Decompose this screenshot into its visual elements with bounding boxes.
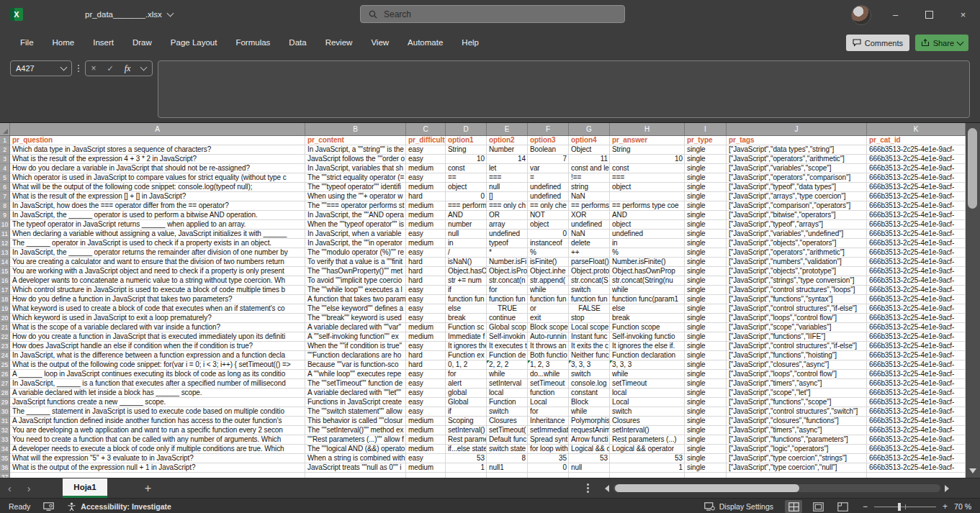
cell-G16[interactable]: str.concat(S [569,276,610,286]
minimize-button[interactable]: – [878,0,912,29]
cell-K19[interactable]: 666b3513-2c25-4e1e-9acf- [867,304,966,314]
cell-B32[interactable]: The ""setInterval()"" method ex [305,426,406,435]
ribbon-tab-formulas[interactable]: Formulas [226,35,279,50]
cell-A37[interactable] [10,473,305,478]
row-header-12[interactable]: 12 [0,239,10,248]
cell-J16[interactable]: ["JavaScript","strings","type conversion… [727,276,867,286]
zoom-slider-thumb[interactable] [898,503,901,511]
cell-H28[interactable]: local [610,389,685,398]
cell-K27[interactable]: 666b3513-2c25-4e1e-9acf- [867,379,966,389]
cell-C21[interactable]: medium [406,323,446,332]
cell-H21[interactable]: Function scope [610,323,685,332]
cell-E13[interactable]: * [487,248,528,258]
cell-K31[interactable]: 666b3513-2c25-4e1e-9acf- [867,417,966,426]
cell-D33[interactable]: Rest parame [446,435,487,445]
row-header-23[interactable]: 23 [0,342,10,351]
ribbon-tab-data[interactable]: Data [279,35,315,50]
cell-B10[interactable]: When the ""typeof operator"" is [305,220,406,230]
cell-H8[interactable]: == performs type coe [610,201,685,211]
cell-D19[interactable]: else [446,304,487,314]
cell-J9[interactable]: ["JavaScript","bitwise","operators"] [727,211,867,220]
cell-D18[interactable]: function fun [446,295,487,304]
cell-J1[interactable]: pr_tags [727,136,867,145]
row-header-26[interactable]: 26 [0,370,10,379]
ribbon-tab-automate[interactable]: Automate [398,35,452,50]
cell-F20[interactable]: exit [528,314,569,323]
cell-C23[interactable]: easy [406,342,446,351]
cell-E17[interactable]: for [487,286,528,295]
cell-C20[interactable]: easy [406,314,446,323]
cell-F8[interactable]: == only che [528,201,569,211]
cell-H6[interactable]: object [610,183,685,192]
cell-J21[interactable]: ["JavaScript","scope","variables"] [727,323,867,332]
cell-I24[interactable]: single [685,351,727,360]
cell-F5[interactable]: = [528,173,569,183]
cell-J30[interactable]: ["JavaScript","control structures","swit… [727,407,867,417]
cell-G28[interactable]: constant [569,389,610,398]
cell-C17[interactable]: easy [406,286,446,295]
cell-C16[interactable]: hard [406,276,446,286]
row-header-25[interactable]: 25 [0,360,10,370]
cell-K34[interactable]: 666b3513-2c25-4e1e-9acf- [867,445,966,454]
cell-I1[interactable]: pr_type [685,136,727,145]
cell-A21[interactable]: What is the scope of a variable declared… [10,323,305,332]
cell-G2[interactable]: Object [569,145,610,155]
restore-button[interactable] [912,0,946,29]
cell-C31[interactable]: medium [406,417,446,426]
cell-A34[interactable]: A developer needs to execute a block of … [10,445,305,454]
cell-H11[interactable]: undefined [610,230,685,239]
cell-B36[interactable]: JavaScript treats ""null as 0"" i [305,463,406,473]
cell-H7[interactable] [610,192,685,201]
cell-B5[interactable]: The ""strict equality operator (= [305,173,406,183]
cell-A6[interactable]: What will be the output of the following… [10,183,305,192]
row-header-1[interactable]: 1 [0,136,10,145]
cell-F12[interactable]: instanceof [528,239,569,248]
cell-C19[interactable]: easy [406,304,446,314]
cell-I10[interactable]: single [685,220,727,230]
cell-C25[interactable]: hard [406,360,446,370]
row-header-7[interactable]: 7 [0,192,10,201]
cell-G36[interactable]: null [569,463,610,473]
cell-B14[interactable]: To verify that a value is a ""finit [305,258,406,267]
cell-I28[interactable]: single [685,389,727,398]
cell-B33[interactable]: ""Rest parameters (...)"" allow f [305,435,406,445]
cell-B19[interactable]: The ""else keyword"" defines a [305,304,406,314]
cell-E5[interactable]: === [487,173,528,183]
cell-E26[interactable]: while [487,370,528,379]
share-button[interactable]: Share [915,35,968,51]
cell-D13[interactable]: / [446,248,487,258]
cell-H4[interactable]: const [610,164,685,173]
column-header-D[interactable]: D [446,123,487,135]
cell-G31[interactable]: Polymorphis [569,417,610,426]
cell-D7[interactable]: 0 [446,192,487,201]
cell-E22[interactable]: Self-invokin [487,332,528,342]
cell-B6[interactable]: The ""typeof operator"" identifi [305,183,406,192]
cell-H18[interactable]: function func(param1 [610,295,685,304]
row-header-4[interactable]: 4 [0,164,10,173]
row-header-10[interactable]: 10 [0,220,10,230]
cell-B28[interactable]: A variable declared with ""let"" [305,389,406,398]
cell-E32[interactable]: setTimeout( [487,426,528,435]
cell-C14[interactable]: hard [406,258,446,267]
cell-J31[interactable]: ["JavaScript","closures","functions"] [727,417,867,426]
cell-E24[interactable]: Function de [487,351,528,360]
cell-A2[interactable]: Which data type in JavaScript stores a s… [10,145,305,155]
cell-H14[interactable]: Number.isFinite() [610,258,685,267]
cell-D17[interactable]: if [446,286,487,295]
cell-I23[interactable]: single [685,342,727,351]
cell-D26[interactable]: for [446,370,487,379]
cell-A35[interactable]: What will the expression "5" + 3 evaluat… [10,454,305,463]
cell-B2[interactable]: In JavaScript, a ""string"" is the [305,145,406,155]
cell-H36[interactable]: 1 [610,463,685,473]
cell-F33[interactable]: Spread synt [528,435,569,445]
zoom-in-button[interactable]: + [943,501,948,512]
cell-A5[interactable]: Which operator is used in JavaScript to … [10,173,305,183]
cell-D22[interactable]: Immediate f [446,332,487,342]
cell-F15[interactable]: Object.inhe [528,267,569,276]
cell-J19[interactable]: ["JavaScript","control structures","if-e… [727,304,867,314]
cell-H29[interactable]: Local [610,398,685,407]
column-header-C[interactable]: C [406,123,446,135]
row-header-14[interactable]: 14 [0,258,10,267]
cell-I25[interactable]: single [685,360,727,370]
cell-G12[interactable]: delete [569,239,610,248]
